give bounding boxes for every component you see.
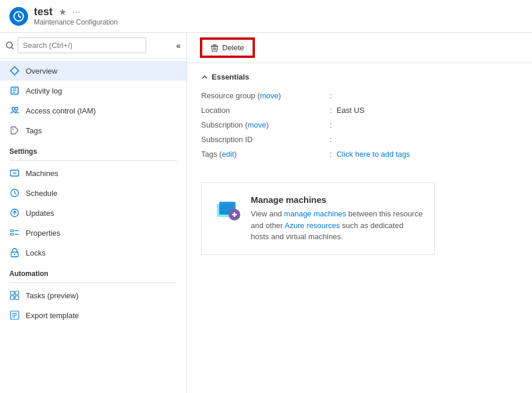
manage-machines-text: View and manage machines between this re…: [251, 208, 423, 243]
settings-section-title: Settings: [0, 140, 186, 158]
svg-rect-28: [11, 296, 14, 299]
svg-rect-21: [11, 233, 13, 235]
sidebar-item-tasks-label: Tasks (preview): [26, 291, 78, 300]
sidebar-item-locks[interactable]: Locks: [0, 243, 186, 263]
essentials-title: Essentials: [212, 73, 249, 81]
sidebar-item-schedule-label: Schedule: [26, 189, 57, 198]
top-header: test ★ ··· Maintenance Configuration: [0, 0, 532, 33]
sidebar-item-machines[interactable]: Machines: [0, 163, 186, 183]
svg-point-11: [15, 108, 18, 111]
essentials-row-tags: Tags (edit) : Click here to add tags: [201, 147, 518, 161]
svg-marker-5: [11, 67, 19, 75]
sidebar-item-properties[interactable]: Properties: [0, 223, 186, 243]
essentials-row-subscription-id: Subscription ID :: [201, 132, 518, 147]
svg-rect-35: [213, 44, 216, 46]
tags-icon: [9, 125, 20, 136]
tags-add-link[interactable]: Click here to add tags: [337, 150, 410, 158]
svg-line-2: [19, 16, 21, 18]
content-toolbar: Delete: [187, 33, 532, 63]
updates-icon: [9, 208, 20, 218]
overview-icon: [9, 66, 20, 76]
locks-icon: [9, 247, 20, 258]
sidebar-item-activity-log-label: Activity log: [26, 87, 62, 95]
essentials-header: Essentials: [201, 73, 518, 81]
svg-rect-29: [15, 296, 19, 299]
favorite-star-icon[interactable]: ★: [58, 6, 67, 18]
svg-point-25: [14, 254, 15, 255]
manage-machines-title: Manage machines: [251, 195, 423, 205]
schedule-icon: [9, 188, 20, 198]
essentials-row-location: Location : East US: [201, 103, 518, 118]
main-layout: « Overview: [0, 33, 532, 393]
sidebar-item-properties-label: Properties: [26, 229, 60, 237]
properties-icon: [9, 227, 20, 238]
sidebar-collapse-button[interactable]: «: [176, 41, 181, 50]
svg-rect-26: [11, 291, 14, 295]
sidebar-item-tasks-preview[interactable]: Tasks (preview): [0, 285, 186, 305]
essentials-value-location: East US: [337, 106, 365, 115]
search-input[interactable]: [18, 37, 146, 53]
essentials-label-subscription: Subscription (move): [201, 120, 330, 129]
automation-section-title: Automation: [0, 263, 186, 280]
resource-icon: [9, 7, 28, 26]
svg-rect-20: [11, 230, 13, 232]
subscription-move-link[interactable]: move: [248, 120, 267, 129]
essentials-label-resource-group: Resource group (move): [201, 91, 330, 100]
manage-machines-icon: [213, 195, 241, 223]
more-options-icon[interactable]: ···: [72, 7, 80, 18]
sidebar-item-locks-label: Locks: [26, 249, 46, 257]
tags-edit-link[interactable]: edit: [222, 150, 234, 158]
essentials-label-location: Location: [201, 106, 330, 115]
svg-point-12: [12, 129, 13, 130]
svg-line-4: [12, 47, 13, 49]
sidebar-item-export-template-label: Export template: [26, 311, 79, 320]
sidebar-item-overview[interactable]: Overview: [0, 61, 186, 81]
resource-subtitle: Maintenance Configuration: [34, 18, 118, 26]
activity-log-icon: [9, 85, 20, 96]
sidebar-nav: Overview Activity log: [0, 58, 186, 328]
content-area: Delete Essentials Resource group (move) …: [187, 33, 532, 393]
essentials-label-tags: Tags (edit): [201, 150, 330, 158]
delete-button-label: Delete: [222, 43, 244, 52]
essentials-row-resource-group: Resource group (move) :: [201, 88, 518, 103]
svg-point-10: [12, 108, 15, 111]
sidebar-item-schedule[interactable]: Schedule: [0, 183, 186, 203]
essentials-label-subscription-id: Subscription ID: [201, 135, 330, 144]
sidebar-item-updates[interactable]: Updates: [0, 203, 186, 223]
sidebar-item-overview-label: Overview: [26, 67, 57, 75]
sidebar-item-tags-label: Tags: [26, 126, 42, 135]
settings-divider: [9, 160, 177, 161]
export-template-icon: [9, 310, 20, 320]
sidebar-item-updates-label: Updates: [26, 209, 54, 218]
delete-icon: [210, 44, 219, 52]
access-control-icon: [9, 105, 20, 116]
sidebar-item-activity-log[interactable]: Activity log: [0, 81, 186, 101]
svg-rect-27: [15, 291, 19, 295]
essentials-row-subscription: Subscription (move) :: [201, 118, 518, 132]
machines-icon: [9, 168, 20, 178]
sidebar-item-machines-label: Machines: [26, 169, 58, 178]
sidebar-item-tags[interactable]: Tags: [0, 120, 186, 140]
essentials-section: Essentials Resource group (move) : Locat…: [187, 63, 532, 171]
sidebar-item-access-control[interactable]: Access control (IAM): [0, 101, 186, 120]
chevron-up-icon: [201, 74, 208, 81]
sidebar-item-export-template[interactable]: Export template: [0, 305, 186, 325]
manage-machines-card: Manage machines View and manage machines…: [201, 182, 435, 255]
resource-group-move-link[interactable]: move: [260, 91, 278, 100]
automation-divider: [9, 282, 177, 283]
manage-link[interactable]: manage machines: [284, 209, 346, 218]
tasks-icon: [9, 290, 20, 301]
manage-machines-content: Manage machines View and manage machines…: [251, 195, 423, 243]
search-icon: [6, 42, 14, 50]
svg-point-3: [6, 42, 12, 48]
delete-button[interactable]: Delete: [201, 39, 254, 57]
page-title: test: [34, 6, 53, 18]
sidebar: « Overview: [0, 33, 187, 393]
sidebar-item-access-control-label: Access control (IAM): [26, 106, 96, 115]
sidebar-search-area: «: [0, 33, 186, 58]
svg-line-17: [15, 193, 16, 194]
